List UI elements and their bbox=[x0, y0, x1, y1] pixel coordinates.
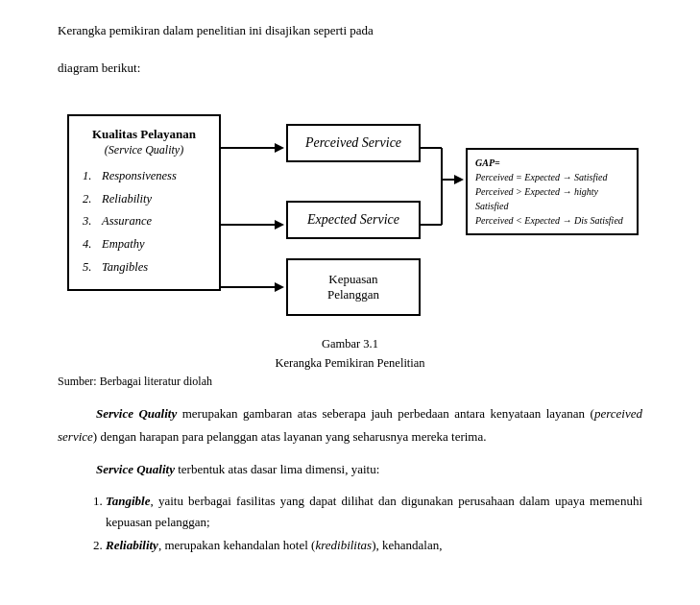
kepuasan-label: KepuasanPelanggan bbox=[327, 272, 379, 302]
para1-rest: merupakan gambaran atas seberapa jauh pe… bbox=[182, 406, 594, 421]
gap-box: GAP= Perceived = Expected → Satisfied Pe… bbox=[466, 148, 639, 235]
kualitas-title: Kualitas Pelayanan bbox=[83, 126, 205, 143]
kualitas-box: Kualitas Pelayanan (Service Quality) 1.R… bbox=[67, 114, 221, 291]
svg-marker-3 bbox=[275, 220, 284, 230]
source-text: Sumber: Berbagai literatur diolah bbox=[58, 375, 642, 389]
kepuasan-box: KepuasanPelanggan bbox=[286, 258, 421, 316]
svg-marker-5 bbox=[275, 282, 284, 292]
para2-rest: terbentuk atas dasar lima dimensi, yaitu… bbox=[178, 462, 379, 476]
expected-box: Expected Service bbox=[286, 201, 421, 239]
svg-marker-1 bbox=[275, 143, 284, 153]
gap-line3: Perceived < Expected → Dis Satisfied bbox=[475, 213, 629, 228]
para1-rest2: ) dengan harapan para pelanggan atas lay… bbox=[93, 429, 487, 444]
intro-line1: Kerangka pemikiran dalam penelitian ini … bbox=[58, 19, 642, 41]
list-item-tangible: Tangible, yaitu berbagai fasilitas yang … bbox=[106, 491, 642, 533]
list-item-reliability: Reliability, merupakan kehandalan hotel … bbox=[106, 535, 642, 556]
body-para2: Service Quality terbentuk atas dasar lim… bbox=[58, 458, 642, 481]
caption-line1: Gambar 3.1 bbox=[58, 334, 642, 353]
para1-italic: Service Quality bbox=[96, 406, 177, 421]
list-item: 5.Tangibles bbox=[83, 256, 205, 279]
body-para1: Service Quality merupakan gambaran atas … bbox=[58, 402, 642, 448]
intro-line2: diagram berikut: bbox=[58, 57, 642, 79]
figure-caption: Gambar 3.1 Kerangka Pemikiran Penelitian bbox=[58, 334, 642, 373]
perceived-box: Perceived Service bbox=[286, 124, 421, 162]
gap-title: GAP= bbox=[475, 156, 629, 170]
gap-line1: Perceived = Expected → Satisfied bbox=[475, 170, 629, 184]
para2-italic: Service Quality bbox=[96, 462, 175, 476]
body-list: Tangible, yaitu berbagai fasilitas yang … bbox=[106, 491, 642, 556]
perceived-label: Perceived Service bbox=[305, 135, 401, 150]
expected-label: Expected Service bbox=[307, 212, 399, 227]
list-item: 3.Assurance bbox=[83, 210, 205, 233]
kualitas-subtitle: (Service Quality) bbox=[83, 143, 205, 157]
gap-line2: Perceived > Expected → highty Satisfied bbox=[475, 184, 629, 213]
caption-line2: Kerangka Pemikiran Penelitian bbox=[58, 353, 642, 373]
list-item: 1.Responsiveness bbox=[83, 165, 205, 188]
diagram-section: Kualitas Pelayanan (Service Quality) 1.R… bbox=[58, 95, 642, 321]
list-item: 2.Reliability bbox=[83, 188, 205, 211]
svg-marker-10 bbox=[454, 175, 464, 184]
list-item: 4.Empathy bbox=[83, 233, 205, 256]
kualitas-list: 1.Responsiveness 2.Reliability 3.Assuran… bbox=[83, 165, 205, 279]
